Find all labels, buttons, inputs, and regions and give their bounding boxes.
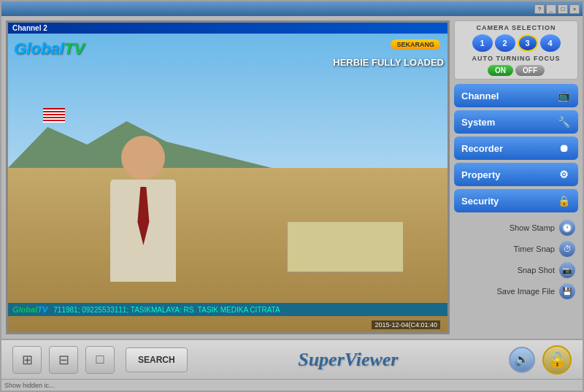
camera-selection-label: CAMERA SELECTION <box>458 24 575 31</box>
security-button[interactable]: Security 🔒 <box>454 189 578 212</box>
close-button[interactable]: × <box>569 4 580 14</box>
title-bar: ? _ □ × <box>1 1 583 16</box>
person-head <box>121 136 165 180</box>
property-button[interactable]: Property ⚙ <box>454 163 578 186</box>
logo-global: Global <box>14 39 64 58</box>
status-bar: Show hidden ic... <box>1 379 583 391</box>
split-view-button[interactable]: ⊟ <box>49 346 78 374</box>
timer-icon: ⏱ <box>559 241 575 257</box>
title-bar-buttons: ? _ □ × <box>534 4 580 14</box>
timer-snap-label: Timer Snap <box>514 245 555 253</box>
camera-button-4[interactable]: 4 <box>540 34 561 52</box>
focus-on-button[interactable]: ON <box>488 65 513 76</box>
security-icon: 🔒 <box>556 193 571 208</box>
focus-section: AUTO TURNING FOCUS ON OFF <box>458 55 575 76</box>
maximize-button[interactable]: □ <box>558 4 568 14</box>
tv-scene: GlobalTV SEKARANG HERBIE FULLY LOADED Gl… <box>8 34 447 332</box>
main-window: ? _ □ × Channel 2 <box>0 0 584 392</box>
program-now: SEKARANG <box>396 41 434 48</box>
property-icon: ⚙ <box>556 167 571 182</box>
focus-buttons: ON OFF <box>458 65 575 76</box>
camera-button-2[interactable]: 2 <box>495 34 515 52</box>
volume-button[interactable]: 🔊 <box>509 347 535 373</box>
recorder-label: Recorder <box>461 143 503 154</box>
ticker-logo: GlobalTV <box>12 305 47 314</box>
tv-person <box>96 136 191 296</box>
snap-shot-button[interactable]: Snap Shot 📷 <box>454 261 578 280</box>
save-icon: 💾 <box>559 283 575 299</box>
show-stamp-button[interactable]: Show Stamp 🕐 <box>454 218 578 237</box>
utility-section: Show Stamp 🕐 Timer Snap ⏱ Snap Shot 📷 Sa… <box>454 217 578 301</box>
tv-program-banner: SEKARANG <box>391 39 440 50</box>
security-label: Security <box>461 196 499 207</box>
minimize-button[interactable]: _ <box>546 4 556 14</box>
app-title: SuperViewer <box>195 349 502 371</box>
channel-button[interactable]: Channel 📺 <box>454 84 578 107</box>
camera-section: CAMERA SELECTION 1 2 3 4 AUTO TURNING FO… <box>454 20 578 80</box>
system-icon: 🔧 <box>556 115 571 129</box>
channel-title: Channel 2 <box>12 24 47 32</box>
save-image-label: Save Image File <box>497 287 555 296</box>
property-label: Property <box>461 169 500 180</box>
camera-button-1[interactable]: 1 <box>472 34 493 52</box>
tv-logo: GlobalTV <box>14 39 85 58</box>
status-text: Show hidden ic... <box>4 382 55 389</box>
focus-off-button[interactable]: OFF <box>515 65 545 76</box>
video-titlebar: Channel 2 <box>8 23 447 34</box>
system-button[interactable]: System 🔧 <box>454 110 578 134</box>
person-body <box>110 180 176 282</box>
menu-section: Channel 📺 System 🔧 Recorder ⏺ Property ⚙… <box>454 84 578 212</box>
lock-button[interactable]: 🔓 <box>542 345 572 374</box>
recorder-icon: ⏺ <box>556 141 571 155</box>
camera-icon: 📷 <box>559 262 575 278</box>
single-view-button[interactable]: □ <box>85 346 115 374</box>
timer-snap-button[interactable]: Timer Snap ⏱ <box>454 239 578 258</box>
channel-label: Channel <box>461 91 499 101</box>
camera-buttons: 1 2 3 4 <box>458 34 575 52</box>
search-button[interactable]: SEARCH <box>126 347 188 372</box>
show-stamp-label: Show Stamp <box>510 223 555 232</box>
person-tie <box>136 187 150 245</box>
help-button[interactable]: ? <box>534 4 545 14</box>
focus-label: AUTO TURNING FOCUS <box>458 55 575 62</box>
recorder-button[interactable]: Recorder ⏺ <box>454 137 578 160</box>
channel-icon: 📺 <box>556 88 571 103</box>
tv-program-title: HERBIE FULLY LOADED <box>333 57 444 68</box>
tv-trailer <box>287 221 404 272</box>
snap-shot-label: Snap Shot <box>518 266 555 274</box>
tv-timestamp: 2015-12-04(C4:01:40 <box>372 320 440 329</box>
tv-ticker: GlobalTV 711981; 09225533111; TASIKMALAY… <box>8 303 447 316</box>
bottom-bar: ⊞ ⊟ □ SEARCH SuperViewer 🔊 🔓 <box>1 339 583 379</box>
camera-button-3[interactable]: 3 <box>518 34 538 52</box>
video-panel: Channel 2 <box>6 20 450 334</box>
save-image-button[interactable]: Save Image File 💾 <box>454 282 578 301</box>
clock-icon: 🕐 <box>559 220 575 236</box>
tv-flag <box>43 108 65 123</box>
system-label: System <box>461 117 495 128</box>
right-panel: CAMERA SELECTION 1 2 3 4 AUTO TURNING FO… <box>454 20 578 334</box>
video-content[interactable]: GlobalTV SEKARANG HERBIE FULLY LOADED Gl… <box>8 34 447 332</box>
grid-view-button[interactable]: ⊞ <box>12 346 42 374</box>
logo-tv: TV <box>64 39 84 58</box>
ticker-text: 711981; 09225533111; TASIKMALAYA: RS. TA… <box>53 306 280 314</box>
content-area: Channel 2 <box>1 16 583 339</box>
